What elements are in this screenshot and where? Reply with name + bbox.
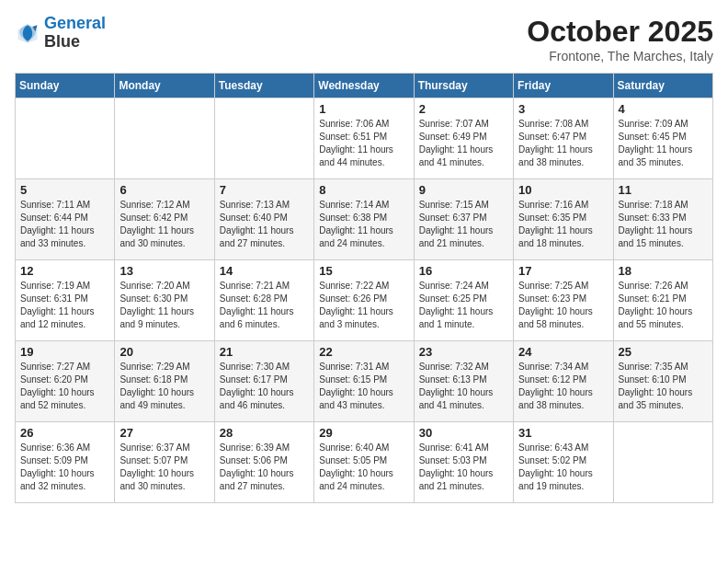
day-number: 19 — [20, 345, 109, 359]
day-info: Sunrise: 7:13 AM Sunset: 6:40 PM Dayligh… — [220, 199, 309, 250]
day-info: Sunrise: 7:15 AM Sunset: 6:37 PM Dayligh… — [419, 199, 508, 250]
day-info: Sunrise: 6:41 AM Sunset: 5:03 PM Dayligh… — [419, 442, 508, 493]
calendar-cell: 10Sunrise: 7:16 AM Sunset: 6:35 PM Dayli… — [514, 179, 613, 260]
day-info: Sunrise: 7:35 AM Sunset: 6:10 PM Dayligh… — [619, 361, 708, 412]
day-number: 30 — [419, 426, 508, 440]
day-header-wednesday: Wednesday — [314, 74, 414, 98]
calendar-cell: 3Sunrise: 7:08 AM Sunset: 6:47 PM Daylig… — [514, 98, 613, 179]
day-info: Sunrise: 7:06 AM Sunset: 6:51 PM Dayligh… — [319, 118, 408, 169]
day-info: Sunrise: 6:37 AM Sunset: 5:07 PM Dayligh… — [119, 442, 209, 493]
day-number: 24 — [518, 345, 608, 359]
calendar-cell: 28Sunrise: 6:39 AM Sunset: 5:06 PM Dayli… — [214, 422, 313, 503]
logo-icon — [15, 20, 40, 46]
calendar-cell: 25Sunrise: 7:35 AM Sunset: 6:10 PM Dayli… — [613, 341, 712, 422]
day-header-thursday: Thursday — [414, 74, 513, 98]
day-header-saturday: Saturday — [613, 74, 712, 98]
day-number: 28 — [220, 426, 309, 440]
calendar-cell: 12Sunrise: 7:19 AM Sunset: 6:31 PM Dayli… — [16, 260, 115, 341]
day-info: Sunrise: 6:40 AM Sunset: 5:05 PM Dayligh… — [319, 442, 408, 493]
day-number: 9 — [419, 183, 508, 197]
day-number: 23 — [419, 345, 508, 359]
day-number: 31 — [518, 426, 608, 440]
day-header-friday: Friday — [514, 74, 613, 98]
location: Frontone, The Marches, Italy — [527, 49, 713, 63]
calendar-cell: 8Sunrise: 7:14 AM Sunset: 6:38 PM Daylig… — [314, 179, 414, 260]
calendar-cell: 30Sunrise: 6:41 AM Sunset: 5:03 PM Dayli… — [414, 422, 513, 503]
calendar-cell: 15Sunrise: 7:22 AM Sunset: 6:26 PM Dayli… — [314, 260, 414, 341]
calendar-cell: 18Sunrise: 7:26 AM Sunset: 6:21 PM Dayli… — [613, 260, 712, 341]
calendar-cell: 23Sunrise: 7:32 AM Sunset: 6:13 PM Dayli… — [414, 341, 513, 422]
calendar-cell: 1Sunrise: 7:06 AM Sunset: 6:51 PM Daylig… — [314, 98, 414, 179]
calendar-table: SundayMondayTuesdayWednesdayThursdayFrid… — [15, 73, 713, 503]
day-info: Sunrise: 7:30 AM Sunset: 6:17 PM Dayligh… — [220, 361, 309, 412]
day-info: Sunrise: 7:26 AM Sunset: 6:21 PM Dayligh… — [619, 280, 708, 331]
day-info: Sunrise: 6:39 AM Sunset: 5:06 PM Dayligh… — [220, 442, 309, 493]
page-header: General Blue October 2025 Frontone, The … — [15, 15, 713, 63]
calendar-cell — [115, 98, 214, 179]
day-info: Sunrise: 7:11 AM Sunset: 6:44 PM Dayligh… — [20, 199, 109, 250]
day-number: 7 — [220, 183, 309, 197]
calendar-cell — [214, 98, 313, 179]
day-number: 16 — [419, 264, 508, 278]
day-info: Sunrise: 7:21 AM Sunset: 6:28 PM Dayligh… — [220, 280, 309, 331]
day-info: Sunrise: 7:19 AM Sunset: 6:31 PM Dayligh… — [20, 280, 109, 331]
week-row-5: 26Sunrise: 6:36 AM Sunset: 5:09 PM Dayli… — [16, 422, 713, 503]
day-number: 26 — [20, 426, 109, 440]
calendar-cell: 24Sunrise: 7:34 AM Sunset: 6:12 PM Dayli… — [514, 341, 613, 422]
calendar-cell: 9Sunrise: 7:15 AM Sunset: 6:37 PM Daylig… — [414, 179, 513, 260]
month-title: October 2025 — [527, 15, 713, 49]
day-info: Sunrise: 7:27 AM Sunset: 6:20 PM Dayligh… — [20, 361, 109, 412]
calendar-cell: 6Sunrise: 7:12 AM Sunset: 6:42 PM Daylig… — [115, 179, 214, 260]
day-number: 8 — [319, 183, 408, 197]
day-number: 29 — [319, 426, 408, 440]
day-number: 1 — [319, 102, 408, 116]
day-number: 17 — [518, 264, 608, 278]
day-number: 22 — [319, 345, 408, 359]
calendar-cell: 29Sunrise: 6:40 AM Sunset: 5:05 PM Dayli… — [314, 422, 414, 503]
day-info: Sunrise: 7:12 AM Sunset: 6:42 PM Dayligh… — [119, 199, 209, 250]
day-info: Sunrise: 7:25 AM Sunset: 6:23 PM Dayligh… — [518, 280, 608, 331]
day-info: Sunrise: 7:07 AM Sunset: 6:49 PM Dayligh… — [419, 118, 508, 169]
day-header-monday: Monday — [115, 74, 214, 98]
day-info: Sunrise: 7:22 AM Sunset: 6:26 PM Dayligh… — [319, 280, 408, 331]
calendar-cell: 11Sunrise: 7:18 AM Sunset: 6:33 PM Dayli… — [613, 179, 712, 260]
day-header-sunday: Sunday — [16, 74, 115, 98]
day-header-tuesday: Tuesday — [214, 74, 313, 98]
day-number: 11 — [619, 183, 708, 197]
day-info: Sunrise: 7:20 AM Sunset: 6:30 PM Dayligh… — [119, 280, 209, 331]
day-info: Sunrise: 7:32 AM Sunset: 6:13 PM Dayligh… — [419, 361, 508, 412]
logo: General Blue — [15, 15, 106, 52]
calendar-cell: 5Sunrise: 7:11 AM Sunset: 6:44 PM Daylig… — [16, 179, 115, 260]
calendar-cell: 4Sunrise: 7:09 AM Sunset: 6:45 PM Daylig… — [613, 98, 712, 179]
calendar-cell — [613, 422, 712, 503]
day-info: Sunrise: 7:09 AM Sunset: 6:45 PM Dayligh… — [619, 118, 708, 169]
calendar-cell: 16Sunrise: 7:24 AM Sunset: 6:25 PM Dayli… — [414, 260, 513, 341]
calendar-cell: 31Sunrise: 6:43 AM Sunset: 5:02 PM Dayli… — [514, 422, 613, 503]
calendar-cell: 21Sunrise: 7:30 AM Sunset: 6:17 PM Dayli… — [214, 341, 313, 422]
day-number: 27 — [119, 426, 209, 440]
week-row-4: 19Sunrise: 7:27 AM Sunset: 6:20 PM Dayli… — [16, 341, 713, 422]
day-number: 14 — [220, 264, 309, 278]
day-info: Sunrise: 7:14 AM Sunset: 6:38 PM Dayligh… — [319, 199, 408, 250]
day-number: 3 — [518, 102, 608, 116]
calendar-cell: 26Sunrise: 6:36 AM Sunset: 5:09 PM Dayli… — [16, 422, 115, 503]
day-number: 2 — [419, 102, 508, 116]
day-number: 18 — [619, 264, 708, 278]
logo-text: General Blue — [44, 15, 106, 52]
day-number: 5 — [20, 183, 109, 197]
calendar-cell: 14Sunrise: 7:21 AM Sunset: 6:28 PM Dayli… — [214, 260, 313, 341]
calendar-cell: 20Sunrise: 7:29 AM Sunset: 6:18 PM Dayli… — [115, 341, 214, 422]
week-row-3: 12Sunrise: 7:19 AM Sunset: 6:31 PM Dayli… — [16, 260, 713, 341]
day-number: 21 — [220, 345, 309, 359]
day-info: Sunrise: 7:24 AM Sunset: 6:25 PM Dayligh… — [419, 280, 508, 331]
calendar-cell: 22Sunrise: 7:31 AM Sunset: 6:15 PM Dayli… — [314, 341, 414, 422]
day-number: 12 — [20, 264, 109, 278]
calendar-cell — [16, 98, 115, 179]
logo-line1: General — [44, 14, 106, 32]
day-info: Sunrise: 7:18 AM Sunset: 6:33 PM Dayligh… — [619, 199, 708, 250]
header-row: SundayMondayTuesdayWednesdayThursdayFrid… — [16, 74, 713, 98]
day-number: 20 — [119, 345, 209, 359]
calendar-cell: 7Sunrise: 7:13 AM Sunset: 6:40 PM Daylig… — [214, 179, 313, 260]
week-row-2: 5Sunrise: 7:11 AM Sunset: 6:44 PM Daylig… — [16, 179, 713, 260]
day-info: Sunrise: 6:43 AM Sunset: 5:02 PM Dayligh… — [518, 442, 608, 493]
